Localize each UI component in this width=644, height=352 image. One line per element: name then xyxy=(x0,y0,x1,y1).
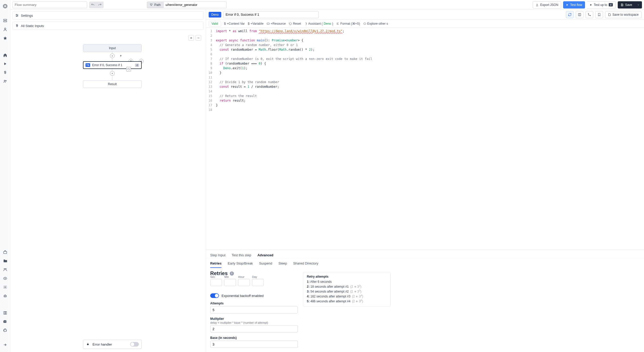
star-icon[interactable] xyxy=(1,34,9,42)
server-icon[interactable] xyxy=(1,16,9,25)
format-button[interactable]: Format (⌘+S) xyxy=(336,22,360,25)
dollar-icon[interactable] xyxy=(1,68,9,77)
flow-summary-input[interactable] xyxy=(12,2,87,8)
save-workspace-button[interactable]: Save to workspace xyxy=(605,11,641,18)
valid-badge: Valid xyxy=(209,21,221,27)
team-icon[interactable] xyxy=(1,266,9,274)
retry-attempts-panel: Retry attempts 1: After 6 seconds2: 18 s… xyxy=(303,272,391,307)
tab-advanced[interactable]: Advanced xyxy=(257,252,273,259)
code-content: import * as wmill from "https://deno.lan… xyxy=(214,28,374,249)
svg-point-14 xyxy=(17,15,18,16)
user-icon[interactable] xyxy=(1,25,9,33)
svg-point-8 xyxy=(5,278,5,279)
base-input[interactable] xyxy=(210,341,298,348)
path-button[interactable]: Path xyxy=(147,2,164,8)
discord-icon[interactable] xyxy=(1,318,9,326)
app-sidebar xyxy=(0,0,10,352)
attempt-row: 2: 18 seconds after attempt #1(2 ∗ 32) xyxy=(307,284,387,288)
logo-icon[interactable] xyxy=(1,2,9,10)
node-input[interactable]: Input xyxy=(83,44,142,52)
eye-icon[interactable] xyxy=(1,274,9,283)
users-icon[interactable] xyxy=(1,77,9,85)
lang-badge: Deno xyxy=(209,12,221,17)
bolt-icon[interactable] xyxy=(118,54,123,58)
attempt-row: 3: 54 seconds after attempt #2(2 ∗ 33) xyxy=(307,289,387,293)
retry-badge-icon[interactable] xyxy=(126,67,131,72)
subtab-suspend[interactable]: Suspend xyxy=(259,260,272,268)
min-input[interactable] xyxy=(224,279,236,286)
github-icon[interactable] xyxy=(1,326,9,335)
step-name-input[interactable] xyxy=(223,11,319,18)
svg-point-18 xyxy=(590,15,590,16)
node-step[interactable]: TS Error if 0, Success if 1 d xyxy=(83,61,142,69)
error-handler-toggle[interactable] xyxy=(130,342,139,347)
save-button[interactable]: Save xyxy=(618,1,635,8)
test-flow-button[interactable]: Test flow xyxy=(563,1,585,8)
context-var-button[interactable]: $ +Context Var xyxy=(224,22,245,25)
collapse-icon[interactable] xyxy=(1,341,9,349)
svg-point-3 xyxy=(4,80,5,81)
play-icon[interactable] xyxy=(1,60,9,68)
subtab-shared-dir[interactable]: Shared Directory xyxy=(293,260,318,268)
save-dropdown-button[interactable] xyxy=(635,1,642,8)
svg-rect-1 xyxy=(4,21,7,22)
subtab-retries[interactable]: Retries xyxy=(210,260,222,268)
settings-bar[interactable]: Settings xyxy=(12,11,204,20)
svg-point-9 xyxy=(5,287,6,288)
briefcase-icon[interactable] xyxy=(1,248,9,256)
tab-test-step[interactable]: Test this step xyxy=(232,252,251,259)
refresh-icon[interactable] xyxy=(566,11,574,18)
node-result[interactable]: Result xyxy=(83,80,142,88)
robot-icon[interactable] xyxy=(1,292,9,300)
subtab-sleep[interactable]: Sleep xyxy=(278,260,287,268)
exponential-toggle[interactable] xyxy=(210,293,219,298)
path-input[interactable] xyxy=(164,2,227,8)
assistant-button[interactable]: Assistant (Deno) xyxy=(304,22,333,25)
sec-input[interactable] xyxy=(210,279,222,286)
redo-button[interactable] xyxy=(96,2,104,8)
multiplier-input[interactable] xyxy=(210,325,298,332)
zoom-in-button[interactable]: + xyxy=(188,35,194,41)
attempt-row: 4: 162 seconds after attempt #3(2 ∗ 34) xyxy=(307,294,387,298)
folder-icon[interactable] xyxy=(1,257,9,265)
add-step-icon[interactable]: + xyxy=(110,54,115,58)
all-static-inputs-bar[interactable]: All Static Inputs xyxy=(12,22,204,30)
attempt-row: 5: 486 seconds after attempt #4(2 ∗ 35) xyxy=(307,299,387,303)
explore-button[interactable]: Explore other s xyxy=(363,22,388,25)
svg-point-4 xyxy=(5,80,6,81)
svg-point-15 xyxy=(16,16,17,16)
subtab-early-stop[interactable]: Early Stop/Break xyxy=(228,260,253,268)
svg-rect-0 xyxy=(4,19,7,20)
settings-icon[interactable] xyxy=(1,283,9,291)
svg-rect-5 xyxy=(4,251,7,253)
day-input[interactable] xyxy=(252,279,264,286)
svg-point-11 xyxy=(4,296,5,296)
hour-input[interactable] xyxy=(238,279,250,286)
svg-point-17 xyxy=(588,13,589,14)
zoom-out-button[interactable]: − xyxy=(196,35,201,41)
info-icon[interactable]: i xyxy=(230,271,234,276)
tab-step-input[interactable]: Step Input xyxy=(210,252,225,259)
error-handler-bar[interactable]: Error handler xyxy=(83,340,142,349)
resource-button[interactable]: +Resource xyxy=(267,22,286,25)
test-up-to-button[interactable]: Test up to d xyxy=(587,1,616,8)
reset-button[interactable]: Reset xyxy=(289,22,301,25)
bookmark-icon[interactable] xyxy=(595,11,603,18)
bug-icon xyxy=(86,342,90,346)
undo-button[interactable] xyxy=(89,2,96,8)
layout-icon[interactable] xyxy=(576,11,583,18)
svg-point-13 xyxy=(16,14,17,15)
git-icon[interactable] xyxy=(586,11,593,18)
code-editor[interactable]: 123456789101112131415161718 import * as … xyxy=(206,28,644,249)
variable-button[interactable]: $ +Variable xyxy=(248,22,264,25)
attempts-input[interactable] xyxy=(210,306,298,313)
svg-point-2 xyxy=(4,28,6,29)
home-icon[interactable] xyxy=(1,51,9,59)
book-icon[interactable] xyxy=(1,309,9,317)
ts-badge: TS xyxy=(86,63,90,67)
export-json-button[interactable]: Export JSON xyxy=(533,1,561,8)
svg-point-6 xyxy=(4,268,5,269)
path-label: Path xyxy=(154,3,161,7)
flow-canvas[interactable]: + − Input + ✥ ✕ TS Error if 0, Success i… xyxy=(10,30,206,352)
add-step-after-icon[interactable]: + xyxy=(110,71,115,76)
